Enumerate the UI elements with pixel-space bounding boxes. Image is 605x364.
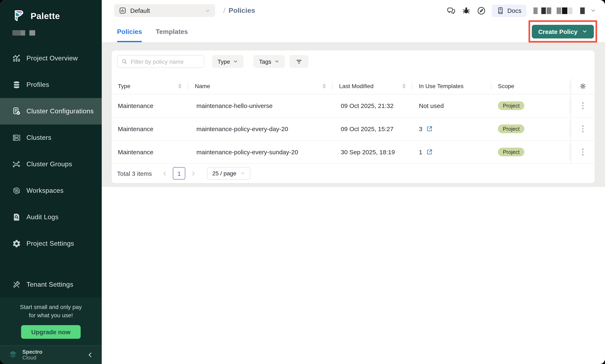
redacted-user-name-2	[541, 7, 551, 14]
redacted-user-name	[533, 7, 538, 14]
column-settings-header	[571, 78, 595, 94]
page-number-button[interactable]: 1	[173, 167, 185, 180]
scope-badge: Project	[498, 148, 525, 156]
cell-in-use: Not used	[412, 94, 491, 117]
in-use-templates-link[interactable]: 3	[419, 125, 433, 132]
table-row: Maintenance maintenance-hello-universe 0…	[112, 94, 595, 117]
redacted-project-label	[13, 30, 102, 36]
layers-stack-icon	[12, 80, 21, 89]
sidebar-item-profiles[interactable]: Profiles	[0, 72, 102, 98]
more-filters-button[interactable]	[289, 55, 309, 68]
cell-actions	[571, 141, 595, 163]
sidebar-footer: Spectro Cloud	[0, 345, 102, 364]
sidebar-item-audit-logs[interactable]: Audit Logs	[0, 204, 102, 230]
type-filter-dropdown[interactable]: Type	[212, 55, 244, 68]
row-menu-kebab-icon[interactable]	[581, 124, 585, 134]
redacted-tenant-name	[557, 7, 572, 14]
filter-lines-icon	[295, 58, 303, 65]
sidebar-item-label: Workspaces	[26, 187, 64, 195]
sidebar-item-tenant-settings[interactable]: Tenant Settings	[0, 271, 102, 298]
spectro-cloud-logo-icon	[7, 349, 19, 361]
book-icon	[497, 7, 504, 14]
project-selector[interactable]: Default	[114, 4, 215, 17]
brand: Palette	[0, 0, 102, 36]
sidebar-item-label: Profiles	[26, 81, 49, 89]
column-header-type[interactable]: Type	[112, 78, 188, 94]
cell-scope: Project	[491, 141, 571, 163]
cell-name: maintenance-policy-every-day-20	[188, 117, 333, 140]
chevron-down-icon	[582, 28, 587, 34]
sidebar-item-label: Cluster Configurations	[26, 107, 94, 115]
promo-text: Start small and only pay for what you us…	[4, 303, 98, 319]
column-header-last-modified[interactable]: Last Modified	[333, 78, 412, 94]
collapse-sidebar-icon[interactable]	[87, 351, 93, 358]
sidebar-item-project-overview[interactable]: Project Overview	[0, 45, 102, 72]
sidebar-item-workspaces[interactable]: Workspaces	[0, 177, 102, 204]
redacted-avatar	[580, 7, 585, 14]
in-use-templates-link[interactable]: 1	[419, 148, 433, 156]
search-input[interactable]	[131, 58, 206, 65]
table-header: Type Name Last Modified	[112, 78, 595, 94]
app-window: Palette Project Overview	[0, 0, 605, 364]
cell-in-use: 3	[412, 117, 491, 140]
chevron-down-icon	[205, 8, 210, 13]
pagination-total: Total 3 items	[117, 170, 152, 177]
page-size-select[interactable]: 25 / page	[207, 167, 250, 180]
search-icon	[121, 58, 128, 65]
docs-label: Docs	[507, 7, 521, 14]
sidebar-item-cluster-groups[interactable]: Cluster Groups	[0, 151, 102, 177]
chat-icon[interactable]	[446, 6, 456, 15]
column-header-scope: Scope	[491, 78, 571, 94]
cell-name: maintenance-policy-every-sunday-20	[188, 141, 333, 163]
policies-table: Type Name Last Modified	[112, 78, 595, 164]
cell-last-modified: 09 Oct 2025, 15:27	[333, 117, 412, 140]
sidebar-item-project-settings[interactable]: Project Settings	[0, 230, 102, 257]
sidebar-item-clusters[interactable]: Clusters	[0, 125, 102, 151]
sort-icon	[402, 84, 406, 89]
filter-bar: Type Tags	[112, 51, 595, 68]
policies-card: Type Tags	[112, 51, 595, 183]
sidebar-item-label: Project Overview	[26, 55, 78, 62]
audit-log-icon	[12, 213, 21, 222]
row-menu-kebab-icon[interactable]	[581, 101, 585, 111]
next-page-icon[interactable]	[190, 170, 196, 176]
docs-button[interactable]: Docs	[492, 4, 527, 17]
cell-last-modified: 09 Oct 2025, 21:32	[333, 94, 412, 117]
cell-actions	[571, 94, 595, 117]
create-policy-button[interactable]: Create Policy	[532, 25, 594, 38]
topbar-actions: Docs	[446, 0, 596, 21]
sidebar-nav: Project Overview Profiles	[0, 45, 102, 298]
row-menu-kebab-icon[interactable]	[581, 147, 585, 157]
compass-icon[interactable]	[476, 6, 486, 15]
user-menu-chevron-icon[interactable]	[590, 7, 596, 14]
table-settings-gear-icon[interactable]	[579, 82, 587, 90]
upgrade-promo: Start small and only pay for what you us…	[0, 298, 102, 345]
previous-page-icon[interactable]	[162, 170, 168, 176]
tab-policies[interactable]: Policies	[117, 28, 142, 42]
pagination: Total 3 items 1 25 / page	[112, 164, 595, 183]
column-header-name[interactable]: Name	[188, 78, 333, 94]
topbar: Default / Policies	[102, 0, 605, 21]
annotation-highlight-box: Create Policy	[528, 20, 597, 43]
cell-type: Maintenance	[112, 94, 188, 117]
sidebar-item-label: Audit Logs	[26, 213, 59, 221]
sidebar-item-cluster-configurations[interactable]: Cluster Configurations	[0, 98, 102, 125]
network-nodes-icon	[12, 160, 21, 169]
upgrade-now-button[interactable]: Upgrade now	[21, 325, 80, 339]
cell-type: Maintenance	[112, 141, 188, 163]
sidebar-item-label: Tenant Settings	[26, 281, 73, 288]
cell-scope: Project	[491, 94, 571, 117]
cell-last-modified: 30 Sep 2025, 18:19	[333, 141, 412, 163]
bug-report-icon[interactable]	[462, 6, 471, 15]
cell-actions	[571, 117, 595, 140]
tab-templates[interactable]: Templates	[156, 28, 188, 42]
external-link-icon	[426, 125, 433, 132]
breadcrumb: / Policies	[223, 6, 255, 15]
table-row: Maintenance maintenance-policy-every-sun…	[112, 141, 595, 164]
footer-brand-line2: Cloud	[22, 355, 42, 361]
scope-badge: Project	[498, 125, 525, 133]
orbit-icon	[12, 186, 21, 195]
sidebar-item-label: Project Settings	[26, 240, 74, 247]
tags-filter-dropdown[interactable]: Tags	[254, 55, 285, 68]
cell-type: Maintenance	[112, 117, 188, 140]
